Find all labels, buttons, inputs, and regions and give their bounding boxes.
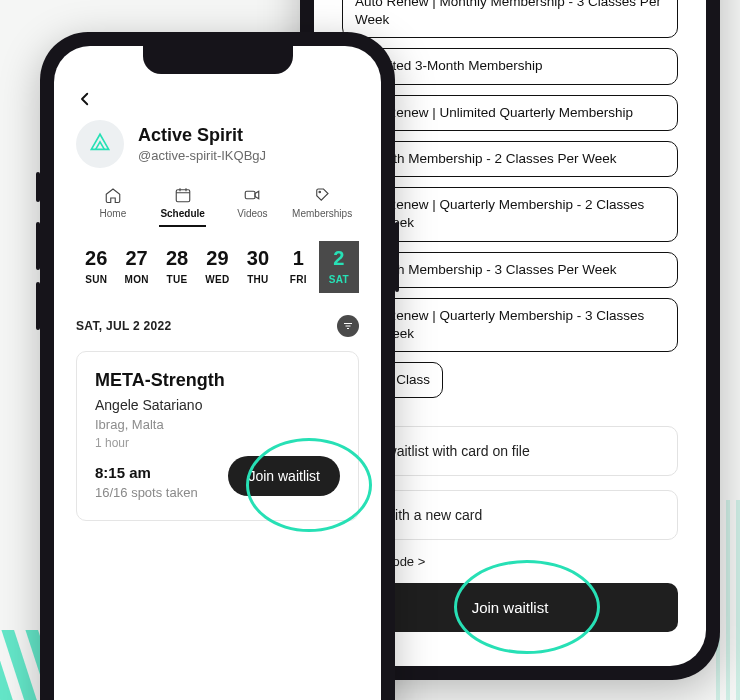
brand-logo-icon [87, 131, 113, 157]
day-cell[interactable]: 1FRI [278, 241, 318, 293]
avatar[interactable] [76, 120, 124, 168]
class-title: META-Strength [95, 370, 340, 391]
tab-label: Home [78, 208, 148, 219]
filter-button[interactable] [337, 315, 359, 337]
phone-side-button [395, 222, 399, 292]
tabs: Home Schedule Videos Memberships [76, 186, 359, 219]
home-icon [104, 186, 122, 204]
phone-screen-front: Active Spirit @active-spirit-IKQBgJ Home… [54, 46, 381, 700]
back-button[interactable] [76, 88, 94, 114]
tab-label: Schedule [148, 208, 218, 219]
tab-schedule[interactable]: Schedule [148, 186, 218, 219]
tab-videos[interactable]: Videos [218, 186, 288, 219]
video-icon [243, 186, 261, 204]
class-card[interactable]: META-Strength Angele Satariano Ibrag, Ma… [76, 351, 359, 521]
tag-icon [313, 186, 331, 204]
day-cell[interactable]: 30THU [238, 241, 278, 293]
svg-rect-0 [176, 190, 190, 202]
tab-home[interactable]: Home [78, 186, 148, 219]
phone-notch [143, 46, 293, 74]
profile-handle: @active-spirit-IKQBgJ [138, 148, 266, 163]
class-location: Ibrag, Malta [95, 417, 340, 432]
membership-option[interactable]: Auto Renew | Monthly Membership - 3 Clas… [342, 0, 678, 38]
tab-memberships[interactable]: Memberships [287, 186, 357, 219]
day-cell[interactable]: 29WED [197, 241, 237, 293]
day-cell[interactable]: 28TUE [157, 241, 197, 293]
svg-point-2 [319, 191, 321, 193]
calendar-icon [174, 186, 192, 204]
phone-side-button [36, 172, 40, 202]
phone-side-button [36, 282, 40, 330]
phone-frame-front: Active Spirit @active-spirit-IKQBgJ Home… [40, 32, 395, 700]
date-heading: SAT, JUL 2 2022 [76, 319, 171, 333]
class-duration: 1 hour [95, 436, 340, 450]
date-strip: 26SUN 27MON 28TUE 29WED 30THU 1FRI 2SAT [76, 241, 359, 293]
chevron-left-icon [76, 90, 94, 108]
filter-icon [342, 320, 354, 332]
class-instructor: Angele Satariano [95, 397, 340, 413]
day-cell[interactable]: 26SUN [76, 241, 116, 293]
profile-name: Active Spirit [138, 125, 266, 146]
tab-label: Memberships [287, 208, 357, 219]
phone-side-button [36, 222, 40, 270]
join-waitlist-button[interactable]: Join waitlist [228, 456, 340, 496]
tab-label: Videos [218, 208, 288, 219]
day-cell[interactable]: 27MON [116, 241, 156, 293]
svg-rect-1 [246, 191, 256, 199]
day-cell-selected[interactable]: 2SAT [319, 241, 359, 293]
